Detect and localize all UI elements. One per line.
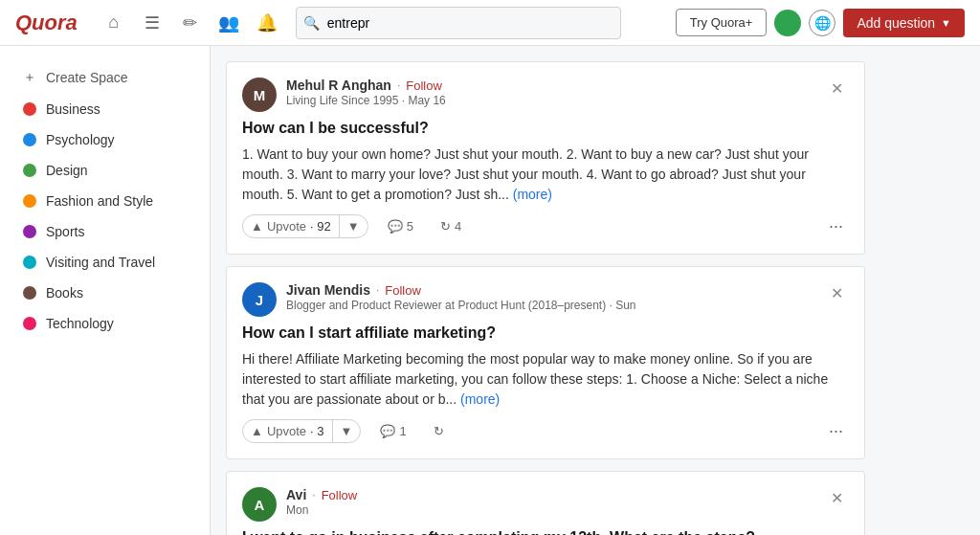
avatar-3: A: [242, 487, 277, 522]
main-feed: M Mehul R Anghan · Follow Living Life Si…: [211, 46, 880, 535]
notification-icon[interactable]: 🔔: [250, 6, 284, 40]
edit-icon[interactable]: ✏: [173, 6, 208, 40]
upvote-label-2: Upvote: [267, 424, 306, 438]
downvote-icon-2: ▼: [341, 424, 353, 438]
card-actions-2: ▲ Upvote · 3 ▼ 💬 1 ↻ ···: [242, 419, 849, 443]
user-avatar[interactable]: [774, 10, 801, 36]
card-actions-1: ▲ Upvote · 92 ▼ 💬 5 ↻ 4 ···: [242, 214, 849, 238]
upvote-icon-2: ▲: [251, 424, 263, 438]
comment-icon-1: 💬: [388, 219, 403, 234]
header-right: Try Quora+ 🌐 Add question ▼: [676, 9, 965, 37]
answer-card-1: M Mehul R Anghan · Follow Living Life Si…: [226, 61, 865, 255]
downvote-icon-1: ▼: [347, 219, 360, 234]
sidebar-label-business: Business: [46, 101, 100, 117]
question-title-3[interactable]: I want to go in business after completin…: [242, 529, 849, 535]
create-space-label: Create Space: [46, 70, 128, 85]
author-bio-2: Blogger and Product Reviewer at Product …: [286, 299, 815, 312]
answer-card-3: A Avi · Follow Mon ✕ I want to go in bus…: [226, 471, 865, 535]
separator-3: ·: [312, 488, 315, 502]
sidebar-item-psychology[interactable]: Psychology: [4, 124, 206, 155]
layout: ＋ Create Space Business Psychology Desig…: [0, 46, 980, 535]
quora-logo: Quora: [15, 11, 78, 35]
search-icon: 🔍: [303, 15, 320, 31]
search-bar: 🔍: [296, 7, 621, 39]
upvote-label-1: Upvote: [267, 219, 306, 234]
community-icon[interactable]: 👥: [212, 6, 246, 40]
card-header-3: A Avi · Follow Mon ✕: [242, 487, 849, 522]
sidebar-item-design[interactable]: Design: [4, 155, 206, 186]
plus-icon: ＋: [23, 69, 36, 86]
close-button-1[interactable]: ✕: [825, 78, 849, 100]
author-info-1: Mehul R Anghan · Follow Living Life Sinc…: [286, 78, 815, 107]
share-icon-1: ↻: [440, 219, 451, 234]
author-bio-3: Mon: [286, 503, 815, 517]
question-title-1[interactable]: How can I be successful?: [242, 120, 849, 137]
more-actions-button-2[interactable]: ···: [823, 419, 849, 443]
sidebar-label-psychology: Psychology: [46, 132, 115, 147]
close-button-2[interactable]: ✕: [825, 282, 849, 304]
upvote-button-2[interactable]: ▲ Upvote · 3 ▼: [242, 419, 361, 443]
sidebar-item-technology[interactable]: Technology: [4, 308, 206, 339]
sidebar-label-books: Books: [46, 285, 83, 301]
share-button-1[interactable]: ↻ 4: [433, 215, 469, 237]
share-count-1: 4: [455, 219, 461, 234]
dot-icon-technology: [23, 317, 36, 330]
author-name-row-3: Avi · Follow: [286, 487, 815, 502]
more-link-1[interactable]: (more): [513, 187, 552, 202]
separator-1: ·: [397, 78, 400, 92]
author-name-row-2: Jivan Mendis · Follow: [286, 282, 815, 298]
sidebar-item-books[interactable]: Books: [4, 278, 206, 308]
author-name-2: Jivan Mendis: [286, 282, 370, 298]
sidebar-item-visiting[interactable]: Visiting and Travel: [4, 247, 206, 278]
upvote-up-1[interactable]: ▲ Upvote · 92: [243, 215, 339, 237]
comment-count-1: 5: [407, 219, 413, 234]
card-header-2: J Jivan Mendis · Follow Blogger and Prod…: [242, 282, 849, 317]
downvote-button-2[interactable]: ▼: [332, 420, 361, 442]
comment-count-2: 1: [399, 424, 406, 438]
answer-text-2: Hi there! Affiliate Marketing becoming t…: [242, 349, 849, 410]
nav-icons: ⌂ ☰ ✏ 👥 🔔: [97, 6, 284, 40]
sidebar-label-design: Design: [46, 163, 88, 178]
separator-2: ·: [376, 283, 379, 297]
dot-icon-psychology: [23, 133, 36, 146]
author-name-row-1: Mehul R Anghan · Follow: [286, 78, 815, 93]
search-input[interactable]: [296, 7, 621, 39]
comment-button-1[interactable]: 💬 5: [380, 215, 421, 237]
share-button-2[interactable]: ↻: [426, 420, 452, 442]
dot-icon-sports: [23, 225, 36, 238]
follow-link-2[interactable]: Follow: [385, 283, 421, 298]
author-info-3: Avi · Follow Mon: [286, 487, 815, 517]
close-button-3[interactable]: ✕: [825, 487, 849, 509]
dot-icon-visiting: [23, 256, 36, 269]
author-info-2: Jivan Mendis · Follow Blogger and Produc…: [286, 282, 815, 312]
chevron-down-icon: ▼: [941, 17, 951, 29]
home-icon[interactable]: ⌂: [97, 6, 131, 40]
sidebar-label-visiting: Visiting and Travel: [46, 255, 155, 270]
dot-icon-books: [23, 286, 36, 300]
follow-link-1[interactable]: Follow: [406, 78, 442, 93]
author-bio-1: Living Life Since 1995 · May 16: [286, 94, 815, 107]
downvote-button-1[interactable]: ▼: [339, 215, 368, 237]
globe-icon[interactable]: 🌐: [809, 10, 835, 36]
sidebar-item-fashion[interactable]: Fashion and Style: [4, 186, 206, 216]
upvote-button-1[interactable]: ▲ Upvote · 92 ▼: [242, 214, 368, 238]
try-quora-button[interactable]: Try Quora+: [676, 9, 768, 36]
sidebar-item-sports[interactable]: Sports: [4, 216, 206, 247]
upvote-icon-1: ▲: [251, 219, 263, 234]
add-question-label: Add question: [857, 15, 935, 31]
more-link-2[interactable]: (more): [460, 391, 500, 407]
header: Quora ⌂ ☰ ✏ 👥 🔔 🔍 Try Quora+ 🌐 Add quest…: [0, 0, 980, 46]
feed-icon[interactable]: ☰: [135, 6, 169, 40]
more-actions-button-1[interactable]: ···: [823, 214, 849, 238]
sidebar-item-business[interactable]: Business: [4, 94, 206, 124]
add-question-button[interactable]: Add question ▼: [843, 9, 965, 37]
dot-icon-design: [23, 164, 36, 177]
follow-link-3[interactable]: Follow: [322, 488, 358, 502]
upvote-up-2[interactable]: ▲ Upvote · 3: [243, 420, 332, 442]
avatar-1: M: [242, 78, 277, 112]
comment-button-2[interactable]: 💬 1: [372, 420, 413, 442]
upvote-count-2: · 3: [310, 424, 323, 438]
create-space-item[interactable]: ＋ Create Space: [4, 61, 206, 94]
sidebar-label-fashion: Fashion and Style: [46, 193, 153, 209]
question-title-2[interactable]: How can I start affiliate marketing?: [242, 324, 849, 342]
